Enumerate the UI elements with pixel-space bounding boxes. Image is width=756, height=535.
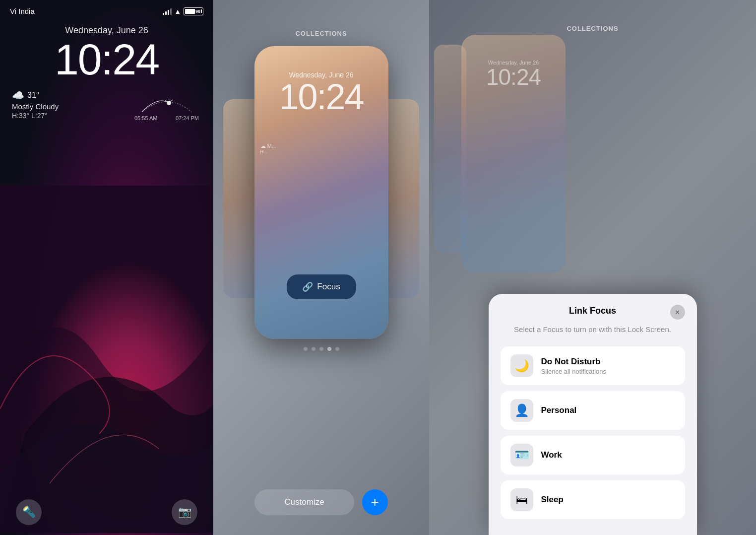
phone-time: 10:24: [254, 79, 388, 115]
weather-widget: ☁️ 31° Mostly Cloudy H:33° L:27°: [12, 89, 59, 120]
work-title: Work: [541, 450, 675, 460]
dot-3[interactable]: [319, 347, 323, 351]
sunset-time: 07:24 PM: [176, 115, 199, 121]
personal-title: Personal: [541, 405, 675, 415]
main-phone-preview[interactable]: Wednesday, June 26 10:24 ☁ M... H... 🔗 F…: [254, 46, 388, 339]
close-icon: ×: [675, 308, 679, 316]
widgets-area: ☁️ 31° Mostly Cloudy H:33° L:27°: [0, 81, 213, 121]
collections-panel: COLLECTIONS Wednesday, June 26 10:24 ☁ M…: [213, 0, 429, 535]
svg-line-5: [165, 100, 166, 101]
date-time-area: Wednesday, June 26 10:24: [0, 25, 213, 81]
sleep-title: Sleep: [541, 495, 675, 505]
link-icon: 🔗: [302, 281, 313, 292]
focus-collections-title: COLLECTIONS: [429, 25, 756, 32]
weather-range: H:33° L:27°: [12, 112, 59, 120]
person-icon: 👤: [514, 403, 529, 417]
work-icon: 🪪: [514, 448, 529, 462]
art-area: [0, 121, 213, 499]
phone-weather-widget: ☁ M... H...: [260, 143, 276, 154]
focus-option-work[interactable]: 🪪 Work: [501, 436, 685, 474]
work-icon-container: 🪪: [510, 444, 533, 467]
bed-icon: 🛏: [516, 493, 528, 507]
status-bar: Vi India ▲ 98: [0, 0, 213, 15]
lockscreen-panel: Vi India ▲ 98 Wednesday, June 26 10:24: [0, 0, 213, 535]
focus-button[interactable]: 🔗 Focus: [286, 274, 356, 299]
modal-header: Link Focus ×: [501, 306, 685, 316]
focus-option-do-not-disturb[interactable]: 🌙 Do Not Disturb Silence all notificatio…: [501, 346, 685, 385]
weather-condition: Mostly Cloudy: [12, 102, 59, 111]
camera-button[interactable]: 📷: [172, 499, 197, 525]
dot-4[interactable]: [327, 347, 331, 351]
work-text: Work: [541, 450, 675, 460]
status-icons: ▲ 98: [163, 7, 203, 15]
carrier-text: Vi India: [10, 7, 35, 15]
lockscreen-bottom: 🔦 📷: [0, 499, 213, 535]
personal-text: Personal: [541, 405, 675, 415]
dot-5[interactable]: [335, 347, 339, 351]
sleep-icon-container: 🛏: [510, 488, 533, 511]
sun-arc: [134, 89, 199, 114]
modal-bottom-spacer: [501, 525, 685, 535]
wifi-icon: ▲: [174, 7, 181, 15]
phone-focus-button-area: 🔗 Focus: [286, 274, 356, 299]
focus-option-personal[interactable]: 👤 Personal: [501, 391, 685, 430]
do-not-disturb-title: Do Not Disturb: [541, 357, 675, 367]
weather-temp: ☁️ 31°: [12, 89, 59, 101]
svg-point-2: [167, 101, 171, 105]
svg-line-4: [171, 100, 173, 101]
sunrise-time: 05:55 AM: [134, 115, 157, 121]
dot-2[interactable]: [312, 347, 315, 351]
battery-percent: 98: [195, 9, 200, 14]
flashlight-button[interactable]: 🔦: [16, 499, 42, 525]
do-not-disturb-subtitle: Silence all notifications: [541, 368, 675, 375]
collections-content: COLLECTIONS Wednesday, June 26 10:24 ☁ M…: [213, 0, 429, 535]
do-not-disturb-text: Do Not Disturb Silence all notifications: [541, 357, 675, 375]
phone-date-area: Wednesday, June 26 10:24: [254, 71, 388, 115]
focus-option-sleep[interactable]: 🛏 Sleep: [501, 480, 685, 519]
lockscreen-time: 10:24: [0, 38, 213, 81]
do-not-disturb-icon-container: 🌙: [510, 354, 533, 377]
sun-widget: 05:55 AM 07:24 PM: [132, 89, 201, 121]
phone-wallpaper: Wednesday, June 26 10:24 ☁ M... H... 🔗 F…: [254, 46, 388, 339]
signal-icon: [163, 8, 172, 15]
lockscreen-date: Wednesday, June 26: [0, 25, 213, 36]
sleep-text: Sleep: [541, 495, 675, 505]
modal-subtitle: Select a Focus to turn on with this Lock…: [501, 324, 685, 334]
personal-icon-container: 👤: [510, 399, 533, 422]
link-focus-panel: Wednesday, June 26 10:24 COLLECTIONS Lin…: [429, 0, 756, 535]
deco-phone-main: [461, 35, 566, 273]
sun-times: 05:55 AM 07:24 PM: [134, 115, 199, 121]
camera-icon: 📷: [178, 506, 191, 519]
page-dots: [304, 347, 339, 351]
lockscreen-content: Vi India ▲ 98 Wednesday, June 26 10:24: [0, 0, 213, 535]
cloud-icon: ☁️: [12, 89, 24, 101]
link-focus-modal: Link Focus × Select a Focus to turn on w…: [489, 294, 697, 535]
modal-close-button[interactable]: ×: [670, 305, 685, 320]
dot-1[interactable]: [304, 347, 308, 351]
modal-title: Link Focus: [569, 306, 616, 316]
collections-title: COLLECTIONS: [295, 30, 347, 37]
battery-icon: 98: [184, 7, 203, 15]
focus-button-label: Focus: [317, 282, 340, 292]
moon-icon: 🌙: [514, 359, 529, 373]
flashlight-icon: 🔦: [22, 506, 36, 519]
